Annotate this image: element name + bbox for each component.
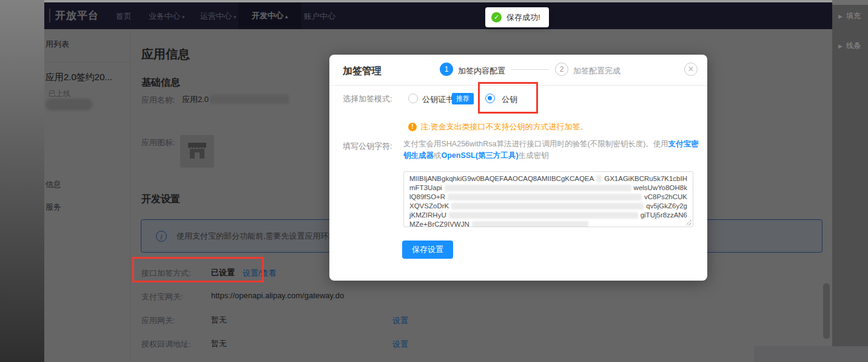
toast-text: 保存成功! [506, 12, 540, 23]
key-text: XQVSZoDrK [409, 202, 449, 211]
panel-item-label: 线条 [846, 41, 861, 51]
key-text: lQ89fSO+R [409, 193, 445, 202]
screen: ▶ 填充 ▶ 线条 开放平台 首页 业务中心▾ 运营中心▾ 开发中心▴ [0, 0, 868, 362]
desktop-left-strip [0, 0, 44, 362]
key-line: lQ89fSO+RvC8Ps2hCUK [409, 193, 687, 202]
key-line: jKMZIRHyUgiTUj5r8zzAN6 [409, 211, 687, 220]
key-line: MZe+BrCZ9IVWJN [409, 220, 687, 227]
step-2-label: 加签配置完成 [573, 66, 621, 77]
step-connector-line [511, 69, 549, 70]
panel-item-line[interactable]: ▶ 线条 [832, 21, 868, 51]
panel-item-label: 填充 [846, 11, 861, 21]
key-text: mFT3Uapi [409, 184, 442, 193]
key-line: mFT3UapiwelsUwYo8OH8k [409, 184, 687, 193]
public-key-textarea[interactable]: MIIBIjANBgkqhkiG9w0BAQEFAAOCAQ8AMIIBCgKC… [403, 171, 693, 227]
redacted-key-segment [451, 203, 644, 210]
openssl-link[interactable]: OpenSSL(第三方工具) [442, 151, 519, 160]
step-1-label: 加签内容配置 [458, 66, 505, 77]
redacted-key-segment [445, 185, 631, 191]
key-line: MIIBIjANBgkqhkiG9w0BAQEFAAOCAQ8AMIIBCgKC… [409, 175, 687, 183]
panel-item-fill[interactable]: ▶ 填充 [832, 5, 868, 21]
modal-title: 加签管理 [343, 65, 382, 78]
resize-handle-icon[interactable] [685, 219, 691, 225]
note-text: 注:资金支出类接口不支持公钥的方式进行加签。 [420, 121, 588, 132]
public-key-description: 支付宝会用SHA256withRsa算法进行接口调用时的验签(不限制密钥长度)。… [403, 138, 699, 162]
key-text: jKMZIRHyU [409, 211, 446, 220]
desc-text: 或 [434, 151, 442, 160]
annotation-toolbar-fragment [754, 346, 868, 362]
key-text: MIIBIjANBgkqhkiG9w0BAQEFAAOCAQ8AMIIBCgKC… [409, 175, 594, 183]
browser-page: 开放平台 首页 业务中心▾ 运营中心▾ 开发中心▴ 账户中心 用列表 应用2.0… [44, 2, 832, 362]
redacted-key-segment [596, 176, 602, 182]
recommend-badge: 推荐 [452, 93, 474, 104]
key-text: qv5jGkZ6y2g [646, 202, 687, 211]
step-1-circle: 1 [440, 63, 453, 76]
key-text: GX1AGiKBCRu5k7K1cbIH [604, 175, 687, 183]
redacted-key-segment [472, 221, 588, 227]
public-key-label: 填写公钥字符: [343, 141, 392, 152]
step-2-circle: 2 [555, 63, 568, 76]
annotation-box-public-key [478, 82, 538, 114]
key-line: XQVSZoDrKqv5jGkZ6y2g [409, 202, 687, 211]
desc-text: 生成密钥 [519, 151, 549, 160]
option-cert-label[interactable]: 公钥证书 [422, 94, 454, 105]
desc-text: 支付宝会用SHA256withRsa算法进行接口调用时的验签(不限制密钥长度)。… [403, 140, 668, 148]
sign-mode-label: 选择加签模式: [343, 94, 392, 104]
chevron-right-icon: ▶ [838, 13, 843, 19]
close-icon[interactable]: ✕ [684, 63, 698, 76]
key-text: welsUwYo8OH8k [634, 184, 687, 193]
save-settings-button[interactable]: 保存设置 [402, 241, 453, 259]
redacted-key-segment [448, 194, 642, 200]
redacted-key-segment [449, 212, 638, 219]
panel-top-sliver [832, 0, 868, 5]
radio-public-key-cert[interactable] [408, 94, 418, 103]
key-text: giTUj5r8zzAN6 [641, 211, 687, 220]
annotation-box-sign-mode-row [132, 257, 264, 282]
chevron-right-icon: ▶ [838, 43, 843, 49]
annotation-tool-panel: ▶ 填充 ▶ 线条 [832, 0, 868, 362]
exclamation-circle-icon: ! [408, 123, 417, 131]
save-success-toast: ✓ 保存成功! [485, 7, 549, 27]
key-text: vC8Ps2hCUK [644, 193, 687, 202]
key-text: MZe+BrCZ9IVWJN [409, 220, 469, 227]
warning-note: ! 注:资金支出类接口不支持公钥的方式进行加签。 [408, 121, 588, 132]
check-circle-icon: ✓ [491, 12, 502, 22]
